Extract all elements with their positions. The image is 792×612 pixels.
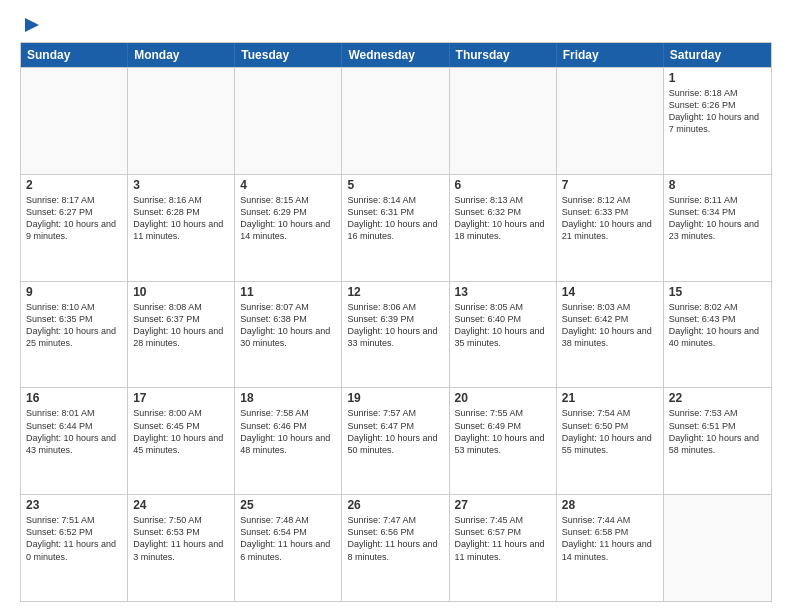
day-info: Sunrise: 8:00 AM Sunset: 6:45 PM Dayligh… — [133, 407, 229, 456]
calendar-cell: 14Sunrise: 8:03 AM Sunset: 6:42 PM Dayli… — [557, 282, 664, 388]
day-number: 14 — [562, 285, 658, 299]
day-number: 13 — [455, 285, 551, 299]
day-number: 15 — [669, 285, 766, 299]
day-info: Sunrise: 8:08 AM Sunset: 6:37 PM Dayligh… — [133, 301, 229, 350]
calendar-cell: 16Sunrise: 8:01 AM Sunset: 6:44 PM Dayli… — [21, 388, 128, 494]
calendar-cell: 1Sunrise: 8:18 AM Sunset: 6:26 PM Daylig… — [664, 68, 771, 174]
day-info: Sunrise: 8:06 AM Sunset: 6:39 PM Dayligh… — [347, 301, 443, 350]
calendar-cell: 7Sunrise: 8:12 AM Sunset: 6:33 PM Daylig… — [557, 175, 664, 281]
day-info: Sunrise: 7:50 AM Sunset: 6:53 PM Dayligh… — [133, 514, 229, 563]
calendar-cell: 28Sunrise: 7:44 AM Sunset: 6:58 PM Dayli… — [557, 495, 664, 601]
day-number: 20 — [455, 391, 551, 405]
header — [20, 16, 772, 34]
weekday-header: Saturday — [664, 43, 771, 67]
calendar-row: 1Sunrise: 8:18 AM Sunset: 6:26 PM Daylig… — [21, 67, 771, 174]
day-number: 18 — [240, 391, 336, 405]
weekday-header: Tuesday — [235, 43, 342, 67]
calendar-cell: 6Sunrise: 8:13 AM Sunset: 6:32 PM Daylig… — [450, 175, 557, 281]
day-info: Sunrise: 7:57 AM Sunset: 6:47 PM Dayligh… — [347, 407, 443, 456]
day-number: 27 — [455, 498, 551, 512]
day-info: Sunrise: 8:05 AM Sunset: 6:40 PM Dayligh… — [455, 301, 551, 350]
calendar-cell: 27Sunrise: 7:45 AM Sunset: 6:57 PM Dayli… — [450, 495, 557, 601]
calendar-cell: 19Sunrise: 7:57 AM Sunset: 6:47 PM Dayli… — [342, 388, 449, 494]
calendar-cell: 3Sunrise: 8:16 AM Sunset: 6:28 PM Daylig… — [128, 175, 235, 281]
day-number: 1 — [669, 71, 766, 85]
day-number: 16 — [26, 391, 122, 405]
day-info: Sunrise: 7:51 AM Sunset: 6:52 PM Dayligh… — [26, 514, 122, 563]
day-number: 7 — [562, 178, 658, 192]
calendar-cell: 4Sunrise: 8:15 AM Sunset: 6:29 PM Daylig… — [235, 175, 342, 281]
day-number: 19 — [347, 391, 443, 405]
calendar-cell: 17Sunrise: 8:00 AM Sunset: 6:45 PM Dayli… — [128, 388, 235, 494]
calendar-cell — [235, 68, 342, 174]
day-info: Sunrise: 8:11 AM Sunset: 6:34 PM Dayligh… — [669, 194, 766, 243]
calendar-cell: 24Sunrise: 7:50 AM Sunset: 6:53 PM Dayli… — [128, 495, 235, 601]
day-number: 5 — [347, 178, 443, 192]
page: SundayMondayTuesdayWednesdayThursdayFrid… — [0, 0, 792, 612]
svg-marker-0 — [25, 18, 39, 32]
day-info: Sunrise: 7:44 AM Sunset: 6:58 PM Dayligh… — [562, 514, 658, 563]
day-info: Sunrise: 7:54 AM Sunset: 6:50 PM Dayligh… — [562, 407, 658, 456]
calendar-cell — [664, 495, 771, 601]
calendar-cell: 23Sunrise: 7:51 AM Sunset: 6:52 PM Dayli… — [21, 495, 128, 601]
day-info: Sunrise: 8:18 AM Sunset: 6:26 PM Dayligh… — [669, 87, 766, 136]
day-number: 8 — [669, 178, 766, 192]
calendar-cell: 15Sunrise: 8:02 AM Sunset: 6:43 PM Dayli… — [664, 282, 771, 388]
day-info: Sunrise: 8:12 AM Sunset: 6:33 PM Dayligh… — [562, 194, 658, 243]
calendar-cell: 10Sunrise: 8:08 AM Sunset: 6:37 PM Dayli… — [128, 282, 235, 388]
day-info: Sunrise: 7:48 AM Sunset: 6:54 PM Dayligh… — [240, 514, 336, 563]
calendar-cell — [557, 68, 664, 174]
day-number: 24 — [133, 498, 229, 512]
day-info: Sunrise: 8:14 AM Sunset: 6:31 PM Dayligh… — [347, 194, 443, 243]
calendar-row: 16Sunrise: 8:01 AM Sunset: 6:44 PM Dayli… — [21, 387, 771, 494]
calendar-row: 23Sunrise: 7:51 AM Sunset: 6:52 PM Dayli… — [21, 494, 771, 601]
calendar: SundayMondayTuesdayWednesdayThursdayFrid… — [20, 42, 772, 602]
calendar-cell: 21Sunrise: 7:54 AM Sunset: 6:50 PM Dayli… — [557, 388, 664, 494]
calendar-cell: 13Sunrise: 8:05 AM Sunset: 6:40 PM Dayli… — [450, 282, 557, 388]
day-number: 2 — [26, 178, 122, 192]
day-info: Sunrise: 7:45 AM Sunset: 6:57 PM Dayligh… — [455, 514, 551, 563]
weekday-header: Monday — [128, 43, 235, 67]
day-info: Sunrise: 7:55 AM Sunset: 6:49 PM Dayligh… — [455, 407, 551, 456]
day-number: 28 — [562, 498, 658, 512]
day-info: Sunrise: 8:01 AM Sunset: 6:44 PM Dayligh… — [26, 407, 122, 456]
calendar-grid: 1Sunrise: 8:18 AM Sunset: 6:26 PM Daylig… — [21, 67, 771, 601]
day-number: 25 — [240, 498, 336, 512]
day-info: Sunrise: 7:47 AM Sunset: 6:56 PM Dayligh… — [347, 514, 443, 563]
calendar-cell: 12Sunrise: 8:06 AM Sunset: 6:39 PM Dayli… — [342, 282, 449, 388]
calendar-cell: 8Sunrise: 8:11 AM Sunset: 6:34 PM Daylig… — [664, 175, 771, 281]
calendar-row: 9Sunrise: 8:10 AM Sunset: 6:35 PM Daylig… — [21, 281, 771, 388]
day-info: Sunrise: 8:15 AM Sunset: 6:29 PM Dayligh… — [240, 194, 336, 243]
day-info: Sunrise: 8:10 AM Sunset: 6:35 PM Dayligh… — [26, 301, 122, 350]
calendar-cell: 9Sunrise: 8:10 AM Sunset: 6:35 PM Daylig… — [21, 282, 128, 388]
calendar-cell — [21, 68, 128, 174]
calendar-cell: 18Sunrise: 7:58 AM Sunset: 6:46 PM Dayli… — [235, 388, 342, 494]
day-info: Sunrise: 8:07 AM Sunset: 6:38 PM Dayligh… — [240, 301, 336, 350]
weekday-header: Wednesday — [342, 43, 449, 67]
calendar-cell: 25Sunrise: 7:48 AM Sunset: 6:54 PM Dayli… — [235, 495, 342, 601]
day-number: 26 — [347, 498, 443, 512]
day-number: 22 — [669, 391, 766, 405]
day-info: Sunrise: 7:53 AM Sunset: 6:51 PM Dayligh… — [669, 407, 766, 456]
calendar-cell: 26Sunrise: 7:47 AM Sunset: 6:56 PM Dayli… — [342, 495, 449, 601]
day-number: 11 — [240, 285, 336, 299]
day-info: Sunrise: 8:03 AM Sunset: 6:42 PM Dayligh… — [562, 301, 658, 350]
calendar-header: SundayMondayTuesdayWednesdayThursdayFrid… — [21, 43, 771, 67]
day-info: Sunrise: 7:58 AM Sunset: 6:46 PM Dayligh… — [240, 407, 336, 456]
day-number: 23 — [26, 498, 122, 512]
day-info: Sunrise: 8:13 AM Sunset: 6:32 PM Dayligh… — [455, 194, 551, 243]
day-number: 6 — [455, 178, 551, 192]
day-number: 17 — [133, 391, 229, 405]
day-number: 21 — [562, 391, 658, 405]
day-info: Sunrise: 8:16 AM Sunset: 6:28 PM Dayligh… — [133, 194, 229, 243]
logo — [20, 16, 41, 34]
day-info: Sunrise: 8:17 AM Sunset: 6:27 PM Dayligh… — [26, 194, 122, 243]
calendar-cell: 2Sunrise: 8:17 AM Sunset: 6:27 PM Daylig… — [21, 175, 128, 281]
day-number: 3 — [133, 178, 229, 192]
weekday-header: Friday — [557, 43, 664, 67]
calendar-cell — [450, 68, 557, 174]
logo-text — [20, 16, 41, 34]
calendar-cell: 20Sunrise: 7:55 AM Sunset: 6:49 PM Dayli… — [450, 388, 557, 494]
day-number: 12 — [347, 285, 443, 299]
logo-icon — [23, 16, 41, 34]
